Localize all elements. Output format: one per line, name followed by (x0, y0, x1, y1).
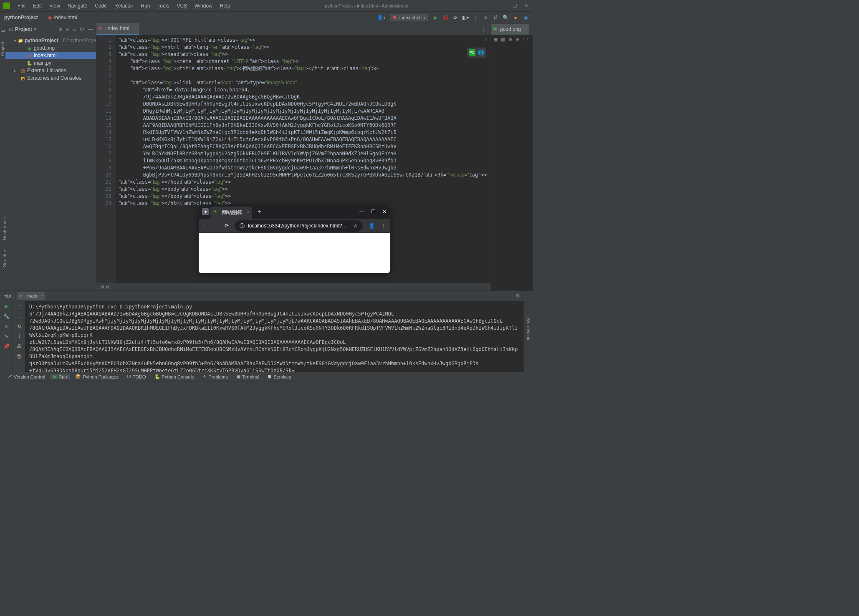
chess-icon[interactable]: ▩ (501, 37, 505, 42)
menu-edit[interactable]: Edit (30, 1, 45, 10)
pin-icon[interactable]: 📌 (3, 343, 10, 349)
modify-run-icon[interactable]: 🔧 (3, 313, 10, 319)
chrome-info-icon[interactable]: ⓘ (240, 222, 245, 230)
menu-code[interactable]: Code (91, 1, 110, 10)
close-image-tab-icon[interactable]: × (525, 26, 527, 31)
chrome-menu-icon[interactable]: ⋮ (381, 223, 386, 229)
menu-run[interactable]: Run (137, 1, 153, 10)
profile-icon[interactable]: ◧▾ (462, 15, 468, 20)
chrome-new-tab-icon[interactable]: ＋ (256, 208, 262, 215)
tab-python-packages[interactable]: 📦Python Packages (72, 374, 122, 379)
scroll-end-icon[interactable]: ⤓ (17, 333, 21, 339)
run-tab-main[interactable]: main× (17, 292, 45, 300)
minimize-icon[interactable]: — (500, 3, 506, 9)
soft-wrap-icon[interactable]: ⟲ (17, 323, 21, 329)
chrome-profile-icon[interactable]: 👤 (369, 223, 375, 229)
chrome-window[interactable]: ▾ 网站图标× ＋ — ☐ ✕ ← → ⟳ ⓘ localhost:63342/… (199, 204, 390, 273)
console-output[interactable]: D:\Python\Python38\python.exe D:\pythonP… (25, 301, 523, 372)
tree-item-main-py[interactable]: 🐍main.py (5, 59, 96, 67)
image-tab-good-png[interactable]: good.png× (491, 24, 529, 35)
run-settings-icon[interactable]: ⚙ (515, 293, 520, 299)
print-icon[interactable]: 🖶 (17, 343, 22, 349)
pycharm-icon[interactable]: PC (469, 49, 475, 56)
chrome-bookmark-icon[interactable]: ☆ (353, 223, 358, 229)
restore-layout-icon[interactable]: ⇲ (4, 333, 8, 339)
project-tool-icon[interactable]: ▭ (0, 28, 5, 33)
menu-vcs[interactable]: VCS (173, 1, 190, 10)
editor-breadcrumb[interactable]: html (96, 283, 490, 290)
menu-help[interactable]: Help (217, 1, 234, 10)
bookmarks-tool[interactable]: Bookmarks (2, 217, 7, 240)
project-tool-label[interactable]: Project (0, 42, 5, 56)
zoom-in-icon[interactable]: ⊕ (508, 37, 512, 42)
zoom-out-icon[interactable]: ⊖ (515, 37, 519, 42)
tab-python-console[interactable]: 🐍Python Console (151, 374, 198, 379)
collapse-all-icon[interactable]: ≣ (72, 26, 76, 32)
tab-run[interactable]: ▶Run (50, 374, 70, 379)
crumb-project[interactable]: pythonProject (4, 15, 38, 20)
close-tab-icon[interactable]: × (134, 26, 137, 30)
tab-todo[interactable]: ☑TODO (124, 374, 149, 379)
structure-tool[interactable]: Structure (2, 248, 7, 267)
tree-external-libs[interactable]: ▸▥External Libraries (5, 67, 96, 74)
hide-icon[interactable]: — (88, 26, 93, 32)
tree-item-index-html[interactable]: ◆index.html (5, 52, 96, 59)
debug-icon[interactable]: 🐞 (442, 15, 448, 20)
menu-tools[interactable]: Tools (154, 1, 172, 10)
menu-view[interactable]: View (46, 1, 63, 10)
chrome-maximize-icon[interactable]: ☐ (371, 209, 376, 215)
user-icon[interactable]: 👤▾ (377, 15, 386, 20)
run-actions-gutter: ▶ 🔧 ■ ⇲ 📌 (0, 301, 13, 372)
browser-preview-icons: PC 🌐 (467, 48, 486, 58)
settings-sync-icon[interactable]: ◉ (523, 15, 528, 20)
up-icon[interactable]: ↑ (18, 303, 20, 309)
tab-problems[interactable]: ⚠Problems (199, 374, 231, 379)
tree-item-good-png[interactable]: ▣good.png (5, 44, 96, 52)
wordbook-tool[interactable]: Word Book (526, 318, 531, 340)
fit-icon[interactable]: ▭ (532, 37, 533, 42)
scroll-from-source-icon[interactable]: ⊕ (58, 26, 63, 32)
menu-window[interactable]: Window (191, 1, 216, 10)
close-icon[interactable]: ✕ (523, 3, 529, 9)
close-run-tab-icon[interactable]: × (41, 293, 43, 298)
settings-icon[interactable]: ⚙ (80, 26, 84, 32)
expand-all-icon[interactable]: ≡ (66, 26, 69, 32)
vcs-icon[interactable]: ⇵ (493, 15, 498, 20)
chrome-address-bar[interactable]: ⓘ localhost:63342/pythonProject/index.ht… (235, 220, 363, 232)
tree-scratches[interactable]: ◩Scratches and Consoles (5, 74, 96, 82)
chrome-tab-close-icon[interactable]: × (247, 209, 250, 214)
chrome-close-icon[interactable]: ✕ (382, 209, 387, 215)
rerun-icon[interactable]: ▶ (5, 303, 8, 309)
editor-tab-index-html[interactable]: index.html× (96, 23, 139, 35)
run-icon[interactable]: ▶ (432, 15, 438, 20)
stop-icon[interactable]: ■ (483, 15, 488, 20)
menu-refactor[interactable]: Refactor (111, 1, 136, 10)
maximize-icon[interactable]: ☐ (512, 3, 518, 9)
ide-scripting-icon[interactable]: ● (513, 15, 518, 20)
chrome-icon[interactable]: 🌐 (478, 49, 485, 56)
chrome-tab[interactable]: 网站图标× (210, 207, 252, 219)
tab-terminal[interactable]: ▣Terminal (233, 374, 263, 379)
run-config-selector[interactable]: index.html (390, 14, 428, 21)
menu-file[interactable]: File (14, 1, 29, 10)
chrome-reload-icon[interactable]: ⟳ (225, 223, 229, 229)
clear-icon[interactable]: 🗑 (17, 353, 22, 359)
inspection-ok-icon[interactable]: ✓ (484, 37, 488, 43)
crumb-file[interactable]: index.html (54, 15, 77, 20)
project-view-title[interactable]: Project (15, 26, 32, 32)
grid-icon[interactable]: ▦ (493, 37, 498, 42)
tree-root[interactable]: ▾📁 pythonProject D:\pythonProject (5, 37, 96, 44)
chrome-forward-icon[interactable]: → (214, 223, 219, 229)
down-icon[interactable]: ↓ (18, 313, 20, 319)
editor-tab-menu-icon[interactable]: ⋮ (477, 24, 490, 35)
coverage-icon[interactable]: ⟳ (452, 15, 458, 20)
tab-services[interactable]: ⬢Services (264, 374, 294, 379)
chrome-dropdown-icon[interactable]: ▾ (202, 208, 209, 215)
tab-version-control[interactable]: ⎇Version Control (3, 374, 48, 379)
stop-run-icon[interactable]: ■ (5, 323, 8, 329)
run-hide-icon[interactable]: — (524, 293, 529, 299)
chrome-back-icon[interactable]: ← (203, 223, 208, 229)
search-icon[interactable]: 🔍 (503, 15, 508, 20)
chrome-minimize-icon[interactable]: — (359, 209, 364, 215)
menu-navigate[interactable]: Navigate (64, 1, 91, 10)
